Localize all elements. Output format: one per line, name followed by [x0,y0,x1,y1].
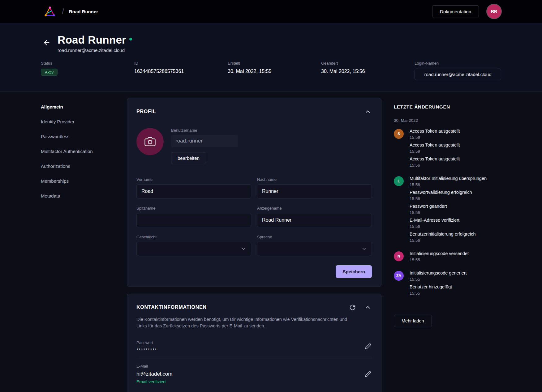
event-avatar: L [394,176,404,186]
id-value: 163448575286575361 [134,69,228,74]
event-time: 15:56 [410,182,502,188]
timeline-event: Multifaktor Initialisierung übersprungen… [410,176,502,188]
load-more-button[interactable]: Mehr laden [394,315,432,327]
event-avatar: ZA [394,271,404,281]
gender-field: Geschlecht [136,235,251,256]
profile-avatar[interactable] [136,128,164,155]
timeline-event: E-Mail-Adresse verifiziert 15:56 [410,217,502,229]
status-column: Status Aktiv [41,61,134,80]
camera-icon [144,136,156,147]
back-button[interactable] [41,37,53,49]
event-title: Multifaktor Initialisierung übersprungen [410,176,502,181]
changes-timeline: S Access Token ausgestellt 15:59 Access … [394,128,502,298]
password-block: Passwort ********* [136,340,157,352]
gender-label: Geschlecht [136,235,251,239]
id-column: ID 163448575286575361 [134,61,228,80]
event-title: Access Token ausgestellt [410,156,502,162]
documentation-button[interactable]: Dokumentation [432,5,479,18]
event-title: Passwortvalidierung erfolgreich [410,190,502,195]
save-button[interactable]: Speichern [336,265,372,278]
main-column: PROFIL Benutzername road.runner [127,92,381,392]
timeline-event: Passwort geändert 15:56 [410,203,502,215]
edit-username-button[interactable]: bearbeiten [171,152,206,164]
event-time: 15:59 [410,135,502,140]
changes-date: 30. Mai 2022 [394,118,502,123]
contact-card: KONTAKTINFORMATIONEN Die Kontaktinformat… [127,294,381,392]
avatar-row: Benutzername road.runner bearbeiten [136,128,372,164]
nickname-field: Spitzname [136,206,251,227]
user-avatar[interactable]: RR [487,4,501,19]
refresh-button[interactable] [349,304,356,311]
sidebar-item-authorizations[interactable]: Authorizations [41,159,127,173]
event-time: 15:55 [410,291,502,296]
timeline-event: Initialisierungscode generiert 15:55 [410,270,502,282]
lastname-label: Nachname [257,177,372,182]
event-time: 15:56 [410,224,502,229]
event-title: Access Token ausgestellt [410,142,502,148]
pencil-icon [365,371,371,377]
profile-form: Vorname Nachname Spitzname Anzeigename G… [136,177,372,256]
event-time: 15:56 [410,238,502,243]
changed-value: 30. Mai 2022, 15:56 [321,69,415,74]
sidebar-item-memberships[interactable]: Memberships [41,173,127,188]
sidebar-item-identity-provider[interactable]: Identity Provider [41,114,127,129]
timeline-group: ZA Initialisierungscode generiert 15:55 … [394,270,502,298]
title-row: Road Runner road.runner@acme.zitadel.clo… [41,34,501,53]
chevron-up-icon [364,108,371,115]
refresh-icon [349,304,356,311]
firstname-input[interactable] [136,184,251,198]
contact-description: Die Kontaktinformationen werden benötigt… [136,316,357,329]
changed-label: Geändert [321,61,415,66]
timeline-event: Access Token ausgestellt 15:59 [410,128,502,140]
language-select[interactable] [257,242,372,256]
timeline-event: Initialisierungscode versendet 15:55 [410,251,502,263]
breadcrumb[interactable]: Road Runner [69,9,98,14]
content-area: Allgemein Identity Provider Passwordless… [0,92,542,392]
lastname-input[interactable] [257,184,372,198]
section-sidebar: Allgemein Identity Provider Passwordless… [41,92,127,203]
title-block: Road Runner road.runner@acme.zitadel.clo… [58,34,132,53]
displayname-field: Anzeigename [257,206,372,227]
event-title: Access Token ausgestellt [410,128,502,134]
username-block: Benutzername road.runner bearbeiten [171,128,238,164]
last-changes-title: LETZTE ÄNDERUNGEN [394,104,502,109]
login-names-column: Login-Namen road.runner@acme.zitadel.clo… [415,61,501,80]
top-navigation: / Road Runner Dokumentation RR [0,0,542,23]
profile-card-title: PROFIL [136,109,156,114]
sidebar-item-passwordless[interactable]: Passwordless [41,129,127,144]
event-time: 15:56 [410,163,502,168]
event-time: 15:56 [410,196,502,202]
zitadel-logo-icon [43,5,56,18]
nickname-input[interactable] [136,213,251,227]
firstname-field: Vorname [136,177,251,198]
chevron-down-icon [241,246,246,252]
lastname-field: Nachname [257,177,372,198]
zitadel-logo[interactable] [43,5,57,18]
event-title: E-Mail-Adresse verifiziert [410,217,502,223]
sidebar-item-multifactor-authentication[interactable]: Multifactor Authentication [41,144,127,159]
password-value: ********* [136,347,157,352]
created-value: 30. Mai 2022, 15:55 [228,69,321,74]
event-title: Passwort geändert [410,203,502,209]
event-title: Benutzerinitialisierung erfolgreich [410,231,502,237]
sidebar-item-allgemein[interactable]: Allgemein [41,99,127,114]
email-value: hi@zitadel.com [136,371,172,377]
language-field: Sprache [257,235,372,256]
displayname-input[interactable] [257,213,372,227]
timeline-group: N Initialisierungscode versendet 15:55 [394,251,502,265]
event-time: 15:55 [410,277,502,282]
event-time: 15:56 [410,210,502,215]
event-title: Initialisierungscode versendet [410,251,502,257]
last-changes-panel: LETZTE ÄNDERUNGEN 30. Mai 2022 S Access … [394,92,502,327]
email-verified-status: Email verifiziert [136,379,172,384]
sidebar-item-metadata[interactable]: Metadata [41,188,127,203]
edit-password-button[interactable] [364,343,372,350]
profile-card: PROFIL Benutzername road.runner [127,98,381,287]
event-title: Benutzer hinzugefügt [410,284,502,290]
gender-select[interactable] [136,242,251,256]
edit-email-button[interactable] [364,370,372,378]
email-block: E-Mail hi@zitadel.com Email verifiziert [136,364,172,384]
contact-collapse-button[interactable] [364,303,372,311]
login-name-box[interactable]: road.runner@acme.zitadel.cloud [415,69,501,80]
profile-collapse-button[interactable] [364,108,372,116]
